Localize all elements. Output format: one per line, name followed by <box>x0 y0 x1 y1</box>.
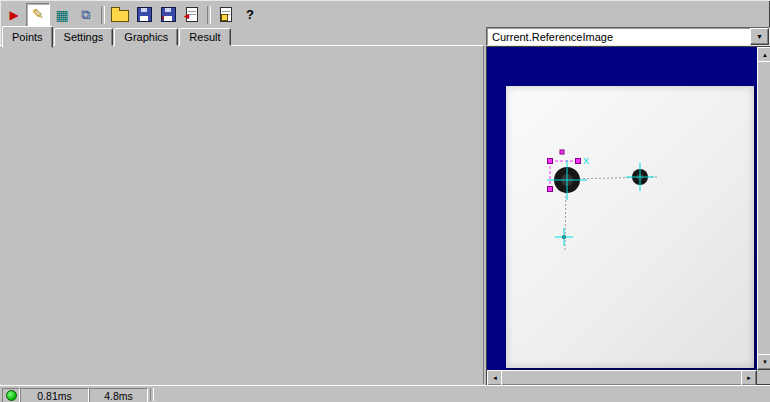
tab-label: Points <box>12 31 43 43</box>
toolbar-separator <box>101 6 105 24</box>
import-icon: ◄ <box>186 7 198 22</box>
tab-result[interactable]: Result <box>179 28 230 46</box>
save-image-icon: ◄ <box>161 7 176 22</box>
image-overlay: X <box>506 86 754 368</box>
report-button[interactable] <box>214 3 238 27</box>
process-time-cell: 0.81ms <box>20 388 89 402</box>
copy-cells-button[interactable]: ⧉ <box>74 3 98 27</box>
scroll-down-icon[interactable]: ▼ <box>757 354 770 370</box>
scrollbar-corner <box>757 370 770 384</box>
save-icon <box>137 7 152 22</box>
open-button[interactable] <box>108 3 132 27</box>
help-icon: ? <box>246 8 254 21</box>
guide-lines <box>565 177 658 250</box>
tab-label: Settings <box>64 31 104 43</box>
vertical-scroll-thumb[interactable] <box>757 61 770 358</box>
axis-x-label: X <box>583 156 589 166</box>
tab-label: Graphics <box>124 31 168 43</box>
help-button[interactable]: ? <box>238 3 262 27</box>
tab-strip: Points Settings Graphics Result <box>2 28 232 46</box>
status-led-icon <box>6 390 17 401</box>
overhead-time-cell: 4.8ms <box>89 388 148 402</box>
main-toolbar: ▶ ✎ ▦ ⧉ ◄ ◄ ? <box>2 2 768 27</box>
run-icon: ▶ <box>9 9 18 21</box>
tab-points[interactable]: Points <box>2 26 53 48</box>
save-button[interactable] <box>132 3 156 27</box>
run-button[interactable]: ▶ <box>2 3 26 27</box>
scroll-right-icon[interactable]: ► <box>741 370 757 386</box>
import-button[interactable]: ◄ <box>180 3 204 27</box>
save-image-button[interactable]: ◄ <box>156 3 180 27</box>
horizontal-scrollbar[interactable]: ◄ ► <box>487 370 757 384</box>
image-viewer[interactable]: X <box>486 46 770 385</box>
spreadsheet-icon: ▦ <box>55 8 68 22</box>
vertical-scrollbar[interactable]: ▲ ▼ <box>757 47 770 370</box>
chevron-down-icon[interactable] <box>750 28 769 45</box>
tab-settings[interactable]: Settings <box>54 28 114 46</box>
spreadsheet-button[interactable]: ▦ <box>50 3 74 27</box>
tab-label: Result <box>189 31 220 43</box>
process-time: 0.81ms <box>37 390 71 402</box>
overhead-time: 4.8ms <box>104 390 133 402</box>
status-led-cell <box>2 388 20 402</box>
edit-pen-icon: ✎ <box>32 7 44 21</box>
fiducial-marks <box>554 167 648 239</box>
open-folder-icon <box>111 10 129 22</box>
reference-image-canvas[interactable]: X <box>506 86 754 368</box>
tab-graphics[interactable]: Graphics <box>114 28 178 46</box>
report-icon <box>220 7 232 22</box>
edit-mode-button[interactable]: ✎ <box>26 3 50 27</box>
image-source-dropdown[interactable]: Current.ReferenceImage <box>486 27 770 46</box>
status-divider <box>150 388 154 401</box>
points-tab-page <box>0 45 484 384</box>
image-source-value: Current.ReferenceImage <box>487 28 750 45</box>
fixture-tool-window: ▶ ✎ ▦ ⧉ ◄ ◄ ? Points <box>0 0 770 402</box>
horizontal-scroll-thumb[interactable] <box>501 370 745 386</box>
toolbar-separator <box>207 6 211 24</box>
copy-cells-icon: ⧉ <box>81 8 90 21</box>
status-bar: 0.81ms 4.8ms <box>0 385 770 402</box>
